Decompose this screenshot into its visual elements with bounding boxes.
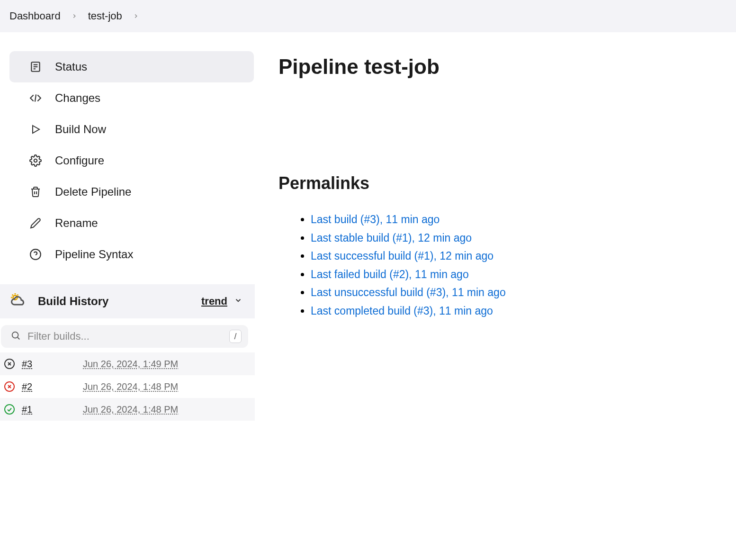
document-icon: [29, 61, 42, 73]
chevron-right-icon: [71, 13, 78, 19]
filter-builds-search[interactable]: /: [1, 325, 248, 348]
sidebar-item-label: Status: [55, 60, 87, 73]
main-content: Pipeline test-job Permalinks Last build …: [255, 32, 736, 421]
sidebar-item-label: Pipeline Syntax: [55, 248, 133, 261]
trend-link[interactable]: trend: [201, 295, 242, 307]
breadcrumb-job[interactable]: test-job: [88, 10, 122, 22]
search-icon: [10, 330, 21, 343]
sidebar-item-pipeline-syntax[interactable]: Pipeline Syntax: [9, 239, 254, 270]
build-number-link[interactable]: #2: [22, 381, 76, 392]
build-number-link[interactable]: #1: [22, 404, 76, 415]
aborted-status-icon: [4, 358, 15, 370]
chevron-down-icon: [234, 295, 242, 307]
breadcrumb: Dashboard test-job: [0, 0, 736, 32]
sidebar-item-label: Delete Pipeline: [55, 185, 131, 199]
build-date[interactable]: Jun 26, 2024, 1:48 PM: [83, 404, 178, 415]
sidebar-item-label: Changes: [55, 91, 100, 105]
trash-icon: [29, 186, 42, 198]
permalink-last-completed-build[interactable]: Last completed build (#3), 11 min ago: [311, 305, 493, 317]
permalink-last-stable-build[interactable]: Last stable build (#1), 12 min ago: [311, 232, 472, 244]
failed-status-icon: [4, 381, 15, 392]
svg-marker-5: [33, 126, 39, 133]
build-history-header: Build History trend: [0, 284, 255, 318]
play-icon: [29, 123, 42, 135]
sidebar: Status Changes Build Now Configure Delet: [0, 32, 255, 421]
permalink-last-failed-build[interactable]: Last failed build (#2), 11 min ago: [311, 268, 469, 280]
sidebar-item-delete-pipeline[interactable]: Delete Pipeline: [9, 176, 254, 208]
sidebar-item-build-now[interactable]: Build Now: [9, 114, 254, 145]
sidebar-item-changes[interactable]: Changes: [9, 82, 254, 114]
svg-point-14: [12, 332, 18, 338]
sidebar-item-label: Configure: [55, 154, 104, 167]
svg-point-22: [5, 405, 14, 414]
filter-builds-input[interactable]: [27, 330, 223, 343]
permalinks-list: Last build (#3), 11 min ago Last stable …: [278, 211, 736, 319]
permalink-last-build[interactable]: Last build (#3), 11 min ago: [311, 213, 440, 226]
build-row[interactable]: #2 Jun 26, 2024, 1:48 PM: [0, 375, 255, 398]
slash-shortcut-hint: /: [229, 330, 242, 343]
sidebar-item-rename[interactable]: Rename: [9, 208, 254, 239]
page-title: Pipeline test-job: [278, 55, 736, 79]
svg-line-4: [35, 94, 36, 101]
build-row[interactable]: #3 Jun 26, 2024, 1:49 PM: [0, 352, 255, 375]
trend-label: trend: [201, 295, 227, 307]
sidebar-item-label: Rename: [55, 217, 98, 230]
build-number-link[interactable]: #3: [22, 359, 76, 370]
permalink-last-unsuccessful-build[interactable]: Last unsuccessful build (#3), 11 min ago: [311, 286, 506, 298]
help-icon: [29, 248, 42, 261]
svg-line-15: [18, 337, 19, 339]
svg-line-13: [18, 295, 18, 296]
breadcrumb-dashboard[interactable]: Dashboard: [9, 10, 61, 22]
sidebar-item-status[interactable]: Status: [9, 51, 254, 82]
permalink-last-successful-build[interactable]: Last successful build (#1), 12 min ago: [311, 250, 494, 262]
build-history-title: Build History: [38, 295, 190, 308]
build-date[interactable]: Jun 26, 2024, 1:48 PM: [83, 381, 178, 392]
svg-line-12: [12, 295, 13, 296]
success-status-icon: [4, 404, 15, 415]
build-row[interactable]: #1 Jun 26, 2024, 1:48 PM: [0, 398, 255, 421]
chevron-right-icon: [133, 13, 139, 19]
code-icon: [29, 92, 42, 104]
pencil-icon: [29, 217, 42, 229]
weather-icon: [9, 292, 27, 311]
build-date[interactable]: Jun 26, 2024, 1:49 PM: [83, 359, 178, 370]
gear-icon: [29, 154, 42, 167]
sidebar-item-label: Build Now: [55, 123, 106, 136]
svg-point-6: [34, 159, 37, 163]
sidebar-item-configure[interactable]: Configure: [9, 145, 254, 176]
permalinks-title: Permalinks: [278, 173, 736, 193]
